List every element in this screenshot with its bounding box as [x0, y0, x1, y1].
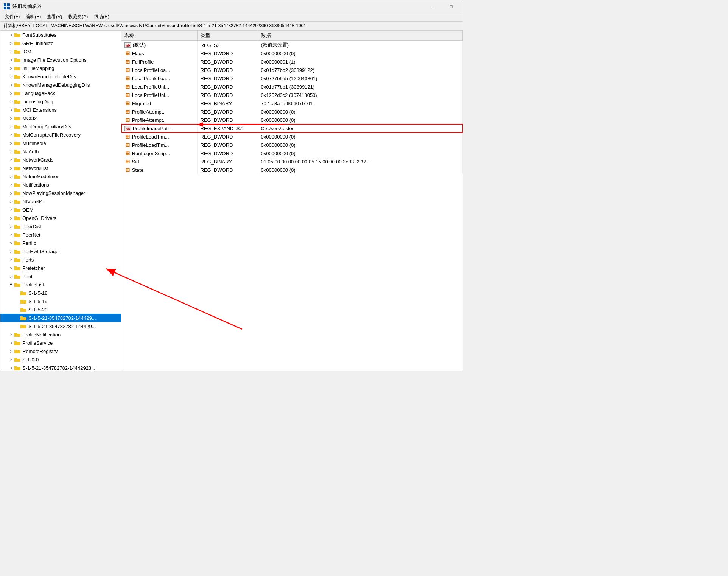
titlebar: 注册表编辑器 — □ — [0, 0, 463, 12]
tree-item-S1520[interactable]: S-1-5-20 — [0, 305, 121, 314]
menu-help[interactable]: 帮助(H) — [91, 13, 112, 21]
menu-edit[interactable]: 编辑(E) — [23, 13, 44, 21]
tree-item-Print[interactable]: ▷ Print — [0, 272, 121, 280]
tree-item-NowPlaying[interactable]: ▷ NowPlayingSessionManager — [0, 189, 121, 197]
tree-item-S1521-2[interactable]: S-1-5-21-854782782-144429... — [0, 322, 121, 330]
tree-item-ICM[interactable]: ▷ ICM — [0, 47, 121, 56]
tree-item-ProfileList[interactable]: ▼ ProfileList — [0, 280, 121, 289]
tree-item-MCI32[interactable]: ▷ MCI32 — [0, 114, 121, 122]
folder-icon — [14, 265, 21, 271]
tree-item-NetworkList[interactable]: ▷ NetworkList — [0, 164, 121, 172]
folder-icon — [20, 315, 27, 321]
folder-icon — [20, 307, 27, 312]
registry-row-0[interactable]: ab(默认)REG_SZ(数值未设置) — [121, 41, 463, 50]
folder-icon — [14, 349, 21, 354]
folder-icon — [14, 74, 21, 79]
registry-row-2[interactable]: ⊞FullProfileREG_DWORD0x00000001 (1) — [121, 58, 463, 66]
tree-item-NtVdm64[interactable]: ▷ NtVdm64 — [0, 197, 121, 205]
tree-item-OpenGLDrivers[interactable]: ▷ OpenGLDrivers — [0, 214, 121, 222]
registry-row-11[interactable]: ⊞ProfileLoadTim...REG_DWORD0x00000000 (0… — [121, 132, 463, 141]
minimize-button[interactable]: — — [425, 0, 442, 12]
tree-item-MsiCorrupted[interactable]: ▷ MsiCorruptedFileRecovery — [0, 131, 121, 139]
folder-icon — [14, 207, 21, 212]
svg-rect-3 — [7, 7, 10, 9]
registry-row-14[interactable]: ⊞SidREG_BINARY01 05 00 00 00 00 00 05 15… — [121, 157, 463, 166]
reg-type-icon: ⊞ — [124, 76, 131, 81]
tree-item-LicensingDiag[interactable]: ▷ LicensingDiag — [0, 97, 121, 106]
tree-item-LanguagePack[interactable]: ▷ LanguagePack — [0, 89, 121, 97]
expand-icon: ▷ — [8, 248, 14, 254]
tree-item-RemoteRegistry[interactable]: ▷ RemoteRegistry — [0, 347, 121, 355]
tree-item-PeerNet[interactable]: ▷ PeerNet — [0, 230, 121, 239]
registry-row-13[interactable]: ⊞RunLogonScrip...REG_DWORD0x00000000 (0) — [121, 149, 463, 157]
reg-type-icon: ⊞ — [124, 101, 131, 106]
folder-icon — [20, 290, 27, 296]
tree-item-Multimedia[interactable]: ▷ Multimedia — [0, 139, 121, 147]
svg-rect-1 — [7, 3, 10, 6]
reg-type-icon: ⊞ — [124, 67, 131, 73]
expand-icon — [14, 298, 20, 304]
tree-item-Notifications[interactable]: ▷ Notifications — [0, 181, 121, 189]
registry-tree[interactable]: ▷ FontSubstitutes ▷ GRE_Initialize ▷ ICM… — [0, 31, 121, 371]
tree-item-ProfileNotification[interactable]: ▷ ProfileNotification — [0, 330, 121, 339]
tree-item-NaAuth[interactable]: ▷ NaAuth — [0, 147, 121, 156]
folder-icon — [14, 124, 21, 129]
tree-item-NetworkCards[interactable]: ▷ NetworkCards — [0, 156, 121, 164]
expand-icon: ▷ — [8, 82, 14, 88]
tree-item-IFEO[interactable]: ▷ Image File Execution Options — [0, 56, 121, 64]
registry-row-12[interactable]: ⊞ProfileLoadTim...REG_DWORD0x00000000 (0… — [121, 141, 463, 149]
tree-item-S1521-long[interactable]: ▷ S-1-5-21-854782782-14442923... — [0, 364, 121, 371]
expand-icon: ▷ — [8, 365, 14, 371]
folder-icon — [14, 140, 21, 146]
folder-icon — [14, 332, 21, 337]
registry-row-8[interactable]: ⊞ProfileAttempt...REG_DWORD0x00000000 (0… — [121, 107, 463, 116]
tree-item-OEM[interactable]: ▷ OEM — [0, 205, 121, 214]
expand-icon: ▷ — [8, 40, 14, 46]
registry-row-10[interactable]: abProfileImagePathREG_EXPAND_SZC:\Users\… — [121, 124, 463, 132]
tree-item-S1519[interactable]: S-1-5-19 — [0, 297, 121, 305]
tree-item-Prefetcher[interactable]: ▷ Prefetcher — [0, 264, 121, 272]
menu-view[interactable]: 查看(V) — [44, 13, 65, 21]
tree-item-S1521-1[interactable]: S-1-5-21-854782782-144429... — [0, 314, 121, 322]
tree-item-PerHwId[interactable]: ▷ PerHwIdStorage — [0, 247, 121, 255]
folder-icon — [14, 215, 21, 221]
registry-row-9[interactable]: ⊞ProfileAttempt...REG_DWORD0x00000000 (0… — [121, 116, 463, 124]
registry-row-7[interactable]: ⊞MigratedREG_BINARY70 1c 8a fe 60 60 d7 … — [121, 99, 463, 107]
tree-item-KnownManaged[interactable]: ▷ KnownManagedDebuggingDlls — [0, 81, 121, 89]
registry-row-1[interactable]: ⊞FlagsREG_DWORD0x00000000 (0) — [121, 49, 463, 58]
tree-item-S1518[interactable]: S-1-5-18 — [0, 289, 121, 297]
expand-icon: ▷ — [8, 340, 14, 346]
menubar: 文件(F) 编辑(E) 查看(V) 收藏夹(A) 帮助(H) — [0, 12, 463, 22]
expand-icon: ▷ — [8, 115, 14, 121]
maximize-button[interactable]: □ — [442, 0, 460, 12]
registry-row-6[interactable]: ⊞LocalProfileUnl...REG_DWORD0x1252d3c2 (… — [121, 91, 463, 99]
folder-icon — [14, 107, 21, 112]
menu-favorites[interactable]: 收藏夹(A) — [65, 13, 91, 21]
folder-icon — [14, 249, 21, 254]
menu-file[interactable]: 文件(F) — [2, 13, 23, 21]
expand-icon: ▷ — [8, 148, 14, 154]
registry-row-3[interactable]: ⊞LocalProfileLoa...REG_DWORD0x01d77bb2 (… — [121, 66, 463, 74]
reg-type-icon: ⊞ — [124, 109, 131, 115]
registry-row-15[interactable]: ⊞StateREG_DWORD0x00000000 (0) — [121, 166, 463, 174]
tree-item-IniFileMapping[interactable]: ▷ IniFileMapping — [0, 64, 121, 72]
tree-item-NoIme[interactable]: ▷ NoImeModelmes — [0, 172, 121, 181]
registry-table: 名称 类型 数据 ab(默认)REG_SZ(数值未设置)⊞FlagsREG_DW… — [121, 31, 463, 174]
tree-item-MCIExtensions[interactable]: ▷ MCI Extensions — [0, 106, 121, 114]
reg-type-icon: ⊞ — [124, 59, 131, 65]
tree-item-Ports[interactable]: ▷ Ports — [0, 255, 121, 264]
tree-item-Perflib[interactable]: ▷ Perflib — [0, 239, 121, 247]
folder-icon — [14, 132, 21, 137]
tree-item-FontSubstitutes[interactable]: ▷ FontSubstitutes — [0, 31, 121, 39]
registry-row-4[interactable]: ⊞LocalProfileLoa...REG_DWORD0x0727b955 (… — [121, 74, 463, 83]
tree-item-ProfileService[interactable]: ▷ ProfileService — [0, 339, 121, 347]
registry-row-5[interactable]: ⊞LocalProfileUnl...REG_DWORD0x01d77bb1 (… — [121, 83, 463, 91]
tree-item-MiniDump[interactable]: ▷ MiniDumpAuxiliaryDlls — [0, 122, 121, 131]
expand-icon: ▷ — [8, 332, 14, 338]
folder-icon — [14, 365, 21, 371]
tree-item-S100[interactable]: ▷ S-1-0-0 — [0, 355, 121, 364]
tree-item-KnownFunctionTableDlls[interactable]: ▷ KnownFunctionTableDlls — [0, 72, 121, 81]
tree-item-GRE[interactable]: ▷ GRE_Initialize — [0, 39, 121, 47]
tree-item-PeerDist[interactable]: ▷ PeerDist — [0, 222, 121, 230]
expand-icon: ▷ — [8, 73, 14, 79]
